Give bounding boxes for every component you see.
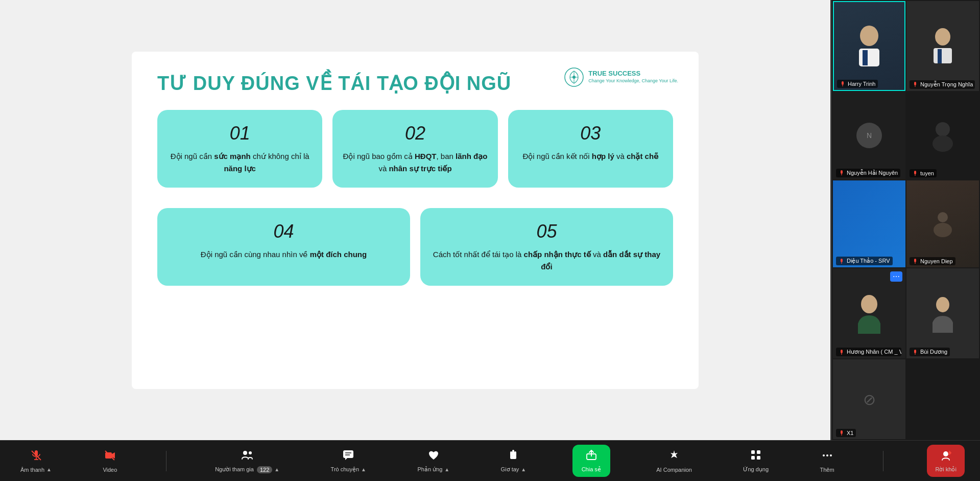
participant-tile[interactable]: Nguyễn Trọng Nghĩa bbox=[906, 1, 979, 91]
svg-point-22 bbox=[938, 212, 948, 222]
ai-companion-button[interactable]: AI Companion bbox=[651, 446, 697, 476]
raise-hand-button[interactable]: Giơ tay ▲ bbox=[496, 446, 532, 476]
svg-rect-53 bbox=[751, 456, 755, 460]
more-label: Thêm bbox=[820, 467, 834, 473]
chevron-up-icon: ▲ bbox=[521, 467, 526, 472]
svg-rect-38 bbox=[105, 452, 112, 459]
participant-tile[interactable]: Harry Trinh bbox=[833, 1, 905, 91]
svg-point-29 bbox=[936, 297, 949, 312]
svg-rect-27 bbox=[841, 350, 843, 353]
svg-rect-11 bbox=[938, 49, 942, 63]
participant-name: Harry Trinh bbox=[837, 80, 878, 88]
chevron-up-icon: ▲ bbox=[444, 467, 449, 472]
share-group: Chia sẻ bbox=[572, 445, 610, 477]
svg-rect-12 bbox=[914, 82, 916, 85]
main-area: TRUE SUCCESS Change Your Knowledge, Chan… bbox=[0, 0, 980, 440]
svg-rect-52 bbox=[757, 450, 760, 454]
participant-count-badge: 122 bbox=[257, 466, 272, 473]
svg-rect-42 bbox=[343, 450, 353, 458]
reactions-label: Phản ứng bbox=[417, 466, 442, 473]
apps-label: Ứng dụng bbox=[743, 466, 769, 473]
participants-group: Người tham gia 122 ▲ bbox=[210, 446, 284, 476]
svg-point-4 bbox=[860, 26, 878, 46]
leave-icon bbox=[940, 449, 952, 464]
chevron-up-icon: ▲ bbox=[46, 467, 52, 472]
slide-logo: TRUE SUCCESS Change Your Knowledge, Chan… bbox=[564, 67, 678, 87]
svg-point-58 bbox=[943, 451, 948, 456]
participant-tile[interactable]: Nguyen Diep bbox=[906, 180, 979, 268]
svg-rect-45 bbox=[512, 450, 514, 456]
participant-name: Diệu Thảo - SRV bbox=[836, 257, 893, 265]
cards-row1: 01 Đội ngũ cần sức mạnh chứ không chỉ là… bbox=[157, 110, 673, 198]
logo-name: TRUE SUCCESS bbox=[588, 70, 678, 78]
participant-name: Hương Nhân ( CM _ Vĩnh Phúc) bbox=[836, 348, 901, 356]
raise-hand-icon bbox=[507, 449, 519, 464]
audio-button[interactable]: Âm thanh ▲ bbox=[15, 446, 57, 476]
svg-rect-54 bbox=[757, 456, 760, 460]
chevron-up-icon: ▲ bbox=[361, 467, 366, 472]
participants-label: Người tham gia bbox=[215, 466, 254, 473]
svg-rect-18 bbox=[914, 171, 916, 174]
participants-icon bbox=[241, 449, 253, 464]
svg-rect-6 bbox=[863, 50, 868, 65]
audio-group: Âm thanh ▲ bbox=[15, 446, 57, 476]
leave-label: Rời khỏi bbox=[935, 466, 957, 473]
more-icon bbox=[821, 449, 833, 465]
card-05: 05 Cách tốt nhất để tái tạo là chấp nhận… bbox=[420, 208, 673, 286]
participant-name: Nguyễn Hải Nguyên bbox=[836, 169, 900, 177]
participant-tile[interactable]: Bùi Dương bbox=[906, 268, 979, 358]
participant-tile[interactable]: N Nguyễn Hải Nguyên bbox=[833, 92, 905, 179]
reactions-button[interactable]: Phản ứng ▲ bbox=[412, 446, 455, 476]
svg-point-23 bbox=[934, 223, 952, 237]
share-button[interactable]: Chia sẻ bbox=[572, 445, 610, 477]
svg-rect-24 bbox=[914, 259, 916, 262]
more-button[interactable]: Thêm bbox=[815, 446, 839, 476]
participants-grid: Harry Trinh Nguyễn Trọn bbox=[833, 1, 979, 439]
chat-label: Trò chuyện bbox=[331, 466, 360, 473]
svg-point-40 bbox=[243, 451, 247, 455]
participant-name: X1 bbox=[836, 429, 856, 437]
leave-button[interactable]: Rời khỏi bbox=[927, 445, 965, 477]
svg-rect-5 bbox=[859, 49, 879, 66]
svg-rect-20 bbox=[841, 259, 843, 262]
participant-tile[interactable]: ⊘ X1 bbox=[833, 359, 905, 439]
chat-group: Trò chuyện ▲ bbox=[326, 446, 371, 476]
microphone-muted-icon bbox=[30, 449, 42, 465]
apps-group: Ứng dụng bbox=[738, 446, 774, 476]
participant-name: Nguyễn Trọng Nghĩa bbox=[910, 80, 975, 89]
presentation-slide: TRUE SUCCESS Change Your Knowledge, Chan… bbox=[132, 52, 699, 389]
share-label: Chia sẻ bbox=[582, 466, 601, 473]
svg-rect-51 bbox=[751, 450, 755, 454]
card-02: 02 Đội ngũ bao gồm cả HĐQT, ban lãnh đạo… bbox=[332, 110, 497, 188]
raise-hand-label: Giơ tay bbox=[501, 466, 519, 473]
chevron-up-icon: ▲ bbox=[274, 467, 279, 472]
reactions-icon bbox=[427, 449, 440, 464]
svg-rect-48 bbox=[510, 455, 516, 459]
svg-rect-32 bbox=[841, 430, 843, 434]
ai-label: AI Companion bbox=[656, 467, 692, 473]
svg-point-57 bbox=[830, 454, 832, 456]
svg-rect-7 bbox=[842, 81, 844, 85]
logo-subtitle: Change Your Knowledge, Change Your Life. bbox=[588, 78, 678, 84]
toolbar-divider bbox=[166, 451, 166, 471]
participant-tile[interactable]: tuyen bbox=[906, 92, 979, 179]
participant-name: Nguyen Diep bbox=[910, 257, 955, 265]
participant-tile[interactable]: ⋯ Hương Nhân ( CM _ Vĩnh Phúc) bbox=[833, 268, 905, 358]
chat-icon bbox=[342, 449, 354, 464]
share-icon bbox=[585, 449, 597, 464]
more-options-button[interactable]: ⋯ bbox=[890, 271, 902, 282]
apps-button[interactable]: Ứng dụng bbox=[738, 446, 774, 476]
ai-icon bbox=[668, 449, 680, 465]
svg-rect-30 bbox=[914, 350, 916, 353]
participant-name: Bùi Dương bbox=[910, 348, 950, 356]
participants-button[interactable]: Người tham gia 122 ▲ bbox=[210, 446, 284, 476]
reactions-group: Phản ứng ▲ bbox=[412, 446, 455, 476]
svg-point-41 bbox=[249, 451, 252, 454]
video-button[interactable]: Video bbox=[98, 446, 122, 476]
svg-point-55 bbox=[823, 454, 825, 456]
leave-group: Rời khỏi bbox=[927, 445, 965, 477]
chat-button[interactable]: Trò chuyện ▲ bbox=[326, 446, 371, 476]
participant-tile[interactable]: Diệu Thảo - SRV bbox=[833, 180, 905, 268]
svg-point-9 bbox=[935, 28, 950, 45]
card-01: 01 Đội ngũ cần sức mạnh chứ không chỉ là… bbox=[157, 110, 322, 188]
